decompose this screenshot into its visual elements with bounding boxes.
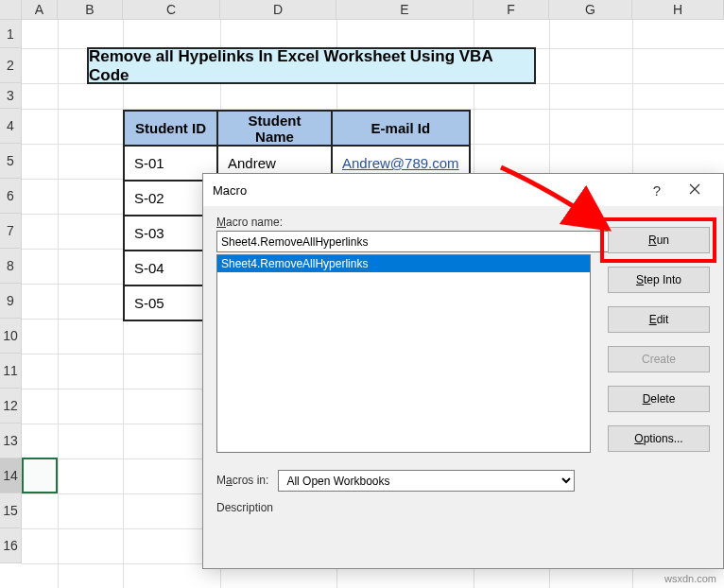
row-header-16[interactable]: 16: [0, 528, 22, 563]
col-header-D[interactable]: D: [220, 0, 336, 19]
macros-in-label: Macros in:: [216, 474, 268, 487]
header-student-id: Student ID: [124, 111, 217, 146]
options-button[interactable]: Options...: [608, 425, 710, 452]
col-header-F[interactable]: F: [474, 0, 549, 19]
row-header-5[interactable]: 5: [0, 144, 22, 179]
row-header-14[interactable]: 14: [0, 458, 22, 493]
col-header-G[interactable]: G: [549, 0, 632, 19]
row-header-3[interactable]: 3: [0, 83, 22, 109]
select-all-corner[interactable]: [0, 0, 22, 19]
active-cell-A14[interactable]: [22, 458, 58, 493]
row-header-2[interactable]: 2: [0, 48, 22, 83]
edit-button[interactable]: Edit: [608, 306, 710, 333]
watermark: wsxdn.com: [664, 573, 716, 584]
macro-list[interactable]: Sheet4.RemoveAllHyperlinks: [216, 254, 591, 453]
dialog-buttons: Run Step Into Edit Create Delete Options…: [608, 227, 710, 452]
row-header-6[interactable]: 6: [0, 179, 22, 214]
header-email: E-mail Id: [332, 111, 470, 146]
row-header-9[interactable]: 9: [0, 284, 22, 319]
run-button[interactable]: Run: [608, 227, 710, 253]
macros-in-select[interactable]: All Open Workbooks: [278, 470, 575, 492]
row-header-7[interactable]: 7: [0, 214, 22, 249]
row-header-10[interactable]: 10: [0, 319, 22, 354]
col-header-A[interactable]: A: [22, 0, 58, 19]
macro-list-item[interactable]: Sheet4.RemoveAllHyperlinks: [217, 255, 590, 272]
row-header-13[interactable]: 13: [0, 424, 22, 458]
row-headers: 1 2 3 4 5 6 7 8 9 10 11 12 13 14 15 16: [0, 20, 22, 563]
description-label: Description: [216, 501, 710, 514]
col-header-C[interactable]: C: [123, 0, 220, 19]
row-header-1[interactable]: 1: [0, 20, 22, 48]
row-header-12[interactable]: 12: [0, 389, 22, 424]
col-header-H[interactable]: H: [632, 0, 724, 19]
row-header-11[interactable]: 11: [0, 354, 22, 389]
help-button[interactable]: ?: [638, 182, 676, 199]
close-button[interactable]: [676, 182, 714, 198]
page-title: Remove all Hypelinks In Excel Worksheet …: [87, 47, 536, 84]
dialog-title: Macro: [213, 183, 638, 198]
macro-dialog: Macro ? Macro name: Sheet4.RemoveAllHype…: [202, 173, 724, 569]
dialog-titlebar[interactable]: Macro ?: [203, 174, 723, 206]
col-header-B[interactable]: B: [58, 0, 123, 19]
step-into-button[interactable]: Step Into: [608, 267, 710, 293]
col-header-E[interactable]: E: [336, 0, 474, 19]
row-header-15[interactable]: 15: [0, 493, 22, 528]
row-header-8[interactable]: 8: [0, 249, 22, 284]
column-headers: A B C D E F G H: [0, 0, 724, 20]
delete-button[interactable]: Delete: [608, 386, 710, 412]
create-button: Create: [608, 346, 710, 372]
row-header-4[interactable]: 4: [0, 109, 22, 144]
header-student-name: Student Name: [217, 111, 332, 146]
table-header-row: Student ID Student Name E-mail Id: [124, 111, 470, 146]
close-icon: [689, 183, 700, 195]
